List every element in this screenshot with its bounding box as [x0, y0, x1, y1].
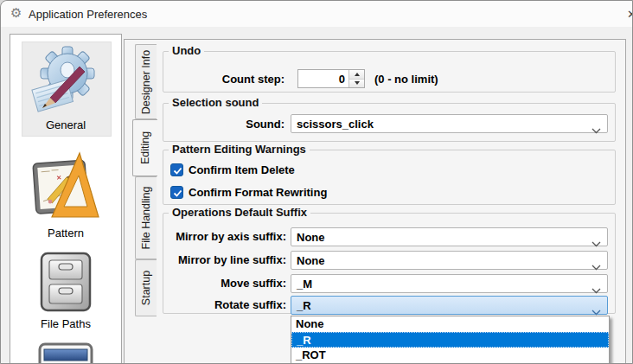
chevron-down-icon	[591, 122, 601, 137]
selection-sound-group-title: Selection sound	[169, 96, 262, 109]
tab-file-handling[interactable]: File Handling	[135, 176, 157, 259]
sidebar-item-partial[interactable]	[11, 342, 120, 364]
count-step-label: Count step:	[174, 73, 285, 86]
confirm-format-rewriting-label: Confirm Format Rewriting	[189, 186, 327, 199]
sound-combobox[interactable]: scissors_click	[291, 114, 608, 133]
triangle-up-icon	[355, 73, 360, 76]
mirror-by-axis-suffix-label: Mirror by axis suffix:	[131, 230, 286, 243]
move-suffix-combobox[interactable]: _M	[291, 274, 608, 293]
confirm-item-delete-label: Confirm Item Delete	[189, 163, 295, 176]
checkbox-checked-icon[interactable]	[170, 186, 183, 199]
sidebar-item-pattern[interactable]: Pattern	[11, 150, 120, 246]
partial-bottom-icon	[37, 342, 94, 364]
sound-label: Sound:	[198, 118, 285, 131]
sidebar-item-file-paths[interactable]: File Paths	[11, 251, 120, 337]
sidebar-item-label: Pattern	[11, 227, 120, 239]
count-step-spinbox[interactable]	[297, 69, 365, 88]
spin-down-button[interactable]	[349, 80, 364, 88]
checkbox-checked-icon[interactable]	[170, 163, 183, 176]
undo-group-title: Undo	[169, 44, 204, 57]
general-gear-pencil-icon	[31, 45, 100, 118]
combobox-value: None	[297, 254, 325, 267]
combobox-value: _R	[297, 299, 311, 312]
chevron-down-icon	[591, 259, 601, 274]
application-preferences-dialog: ⚙ Application Preferences ✕	[0, 0, 633, 364]
move-suffix-label: Move suffix:	[131, 277, 286, 290]
category-list: General	[10, 34, 122, 364]
gear-icon: ⚙	[10, 6, 22, 20]
triangle-down-icon	[355, 81, 360, 85]
sound-combobox-value: scissors_click	[297, 118, 374, 131]
sidebar-item-general[interactable]: General	[11, 45, 120, 140]
dropdown-option[interactable]: None	[291, 316, 609, 332]
chevron-down-icon	[591, 235, 601, 251]
spin-up-button[interactable]	[349, 70, 364, 80]
tab-editing[interactable]: Editing	[132, 119, 157, 176]
window-title: Application Preferences	[29, 8, 147, 21]
mirror-by-line-suffix-label: Mirror by line suffix:	[131, 253, 286, 266]
combobox-value: None	[297, 231, 325, 244]
count-step-hint: (0 - no limit)	[374, 73, 438, 86]
close-icon[interactable]: ✕	[627, 8, 633, 21]
tab-designer-info[interactable]: Designer Info	[135, 44, 157, 119]
tab-label: Designer Info	[140, 49, 152, 113]
combobox-value: _M	[297, 278, 312, 291]
rotate-suffix-label: Rotate suffix:	[131, 298, 286, 311]
tab-label: Editing	[139, 131, 151, 164]
file-cabinet-icon	[39, 251, 93, 316]
dropdown-option[interactable]: _ROT	[291, 348, 609, 363]
dropdown-option-selected[interactable]: _R	[291, 332, 609, 348]
suffix-group-title: Operations Default Suffix	[169, 206, 310, 219]
sidebar-item-label: File Paths	[11, 317, 120, 330]
pattern-drawing-board-icon	[29, 150, 102, 226]
undo-group: Undo	[163, 51, 616, 93]
sidebar-item-label: General	[11, 118, 120, 131]
count-step-input[interactable]	[298, 70, 348, 87]
mirror-by-axis-suffix-combobox[interactable]: None	[291, 227, 608, 246]
mirror-by-line-suffix-combobox[interactable]: None	[291, 251, 608, 270]
title-bar: ⚙ Application Preferences ✕	[1, 1, 633, 27]
rotate-suffix-dropdown: None _R _ROT	[291, 316, 610, 364]
warnings-group-title: Pattern Editing Warnings	[169, 143, 310, 156]
rotate-suffix-combobox[interactable]: _R	[291, 296, 608, 315]
